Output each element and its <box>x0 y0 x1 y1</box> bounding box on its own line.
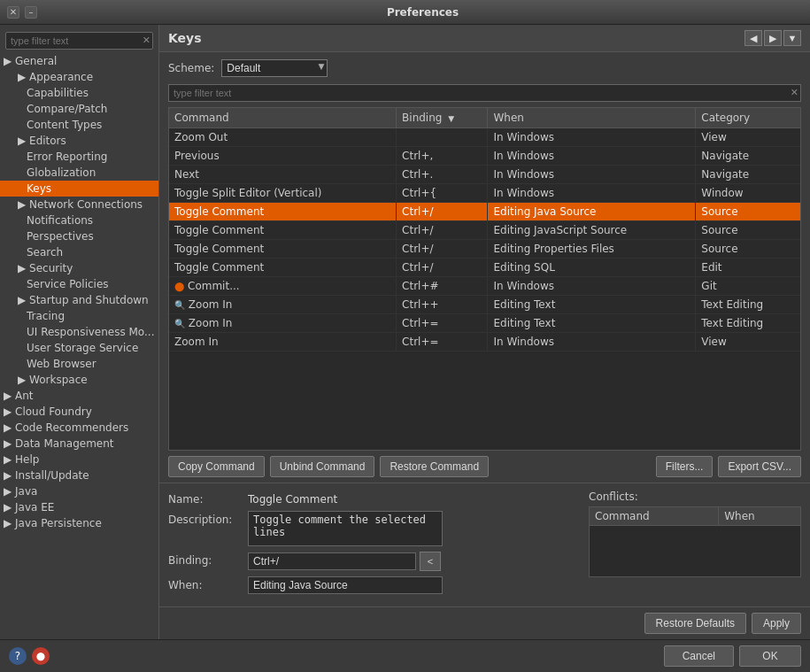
cell-category: Navigate <box>696 166 800 184</box>
cell-when: In Windows <box>488 128 696 147</box>
ok-button[interactable]: OK <box>739 645 801 667</box>
cell-binding: Ctrl+, <box>397 147 488 166</box>
sidebar-item-ant[interactable]: ▶ Ant <box>0 388 158 404</box>
main-panel: Keys ◀ ▶ ▼ Scheme: Default ✕ <box>159 25 810 639</box>
sidebar-item-keys[interactable]: Keys <box>0 181 158 197</box>
sidebar-item-compare[interactable]: Compare/Patch <box>0 101 158 117</box>
conflicts-col-when[interactable]: When <box>719 507 800 526</box>
cell-when: Editing JavaScript Source <box>488 221 696 240</box>
sidebar-item-notifications[interactable]: Notifications <box>0 212 158 228</box>
bottom-right-buttons: Restore Defaults Apply <box>644 613 801 634</box>
minimize-button[interactable]: – <box>25 6 37 19</box>
cell-category: Source <box>696 203 800 221</box>
close-button[interactable]: ✕ <box>7 6 19 19</box>
keys-table-header: Command Binding ▼ When Category <box>169 108 800 128</box>
binding-input-group: < <box>248 552 441 571</box>
sidebar-item-data-management[interactable]: ▶ Data Management <box>0 436 158 452</box>
cell-command: Toggle Comment <box>169 221 397 240</box>
export-csv-button[interactable]: Export CSV... <box>718 456 801 477</box>
conflicts-col-command[interactable]: Command <box>590 507 719 526</box>
table-filter-input[interactable] <box>168 84 801 102</box>
name-row: Name: Toggle Comment <box>168 490 578 506</box>
sidebar-item-security[interactable]: ▶ Security <box>0 260 158 276</box>
nav-dropdown-button[interactable]: ▼ <box>783 30 801 46</box>
description-input[interactable] <box>248 511 443 546</box>
sidebar-item-network[interactable]: ▶ Network Connections <box>0 197 158 212</box>
sidebar-item-error-reporting[interactable]: Error Reporting <box>0 149 158 165</box>
restore-defaults-button[interactable]: Restore Defaults <box>644 613 746 634</box>
panel-title: Keys <box>168 31 202 45</box>
table-row[interactable]: Zoom InCtrl+=In WindowsView <box>169 333 800 351</box>
table-row[interactable]: Toggle CommentCtrl+/Editing SQLEdit <box>169 259 800 277</box>
sidebar-item-user-storage[interactable]: User Storage Service <box>0 340 158 356</box>
cell-binding: Ctrl++ <box>397 296 488 314</box>
sidebar-item-java[interactable]: ▶ Java <box>0 483 158 499</box>
table-row[interactable]: Toggle CommentCtrl+/Editing Java SourceS… <box>169 203 800 221</box>
nav-back-button[interactable]: ◀ <box>744 30 762 46</box>
table-row[interactable]: ⬤ Commit...Ctrl+#In WindowsGit <box>169 277 800 296</box>
sidebar-item-java-persistence[interactable]: ▶ Java Persistence <box>0 515 158 531</box>
nav-forward-button[interactable]: ▶ <box>764 30 782 46</box>
dialog-footer: ? ● Cancel OK <box>0 639 810 672</box>
sidebar-filter-input[interactable] <box>5 32 153 50</box>
restore-command-button[interactable]: Restore Command <box>380 456 489 477</box>
sidebar-item-java-ee[interactable]: ▶ Java EE <box>0 499 158 515</box>
sidebar-item-editors[interactable]: ▶ Editors <box>0 133 158 149</box>
sidebar-item-globalization[interactable]: Globalization <box>0 165 158 181</box>
copy-command-button[interactable]: Copy Command <box>168 456 265 477</box>
sidebar-item-perspectives[interactable]: Perspectives <box>0 228 158 244</box>
table-row[interactable]: Toggle CommentCtrl+/Editing Properties F… <box>169 240 800 259</box>
table-row[interactable]: NextCtrl+.In WindowsNavigate <box>169 166 800 184</box>
sidebar-filter-container: ✕ <box>5 32 153 50</box>
sidebar-item-capabilities[interactable]: Capabilities <box>0 85 158 101</box>
cancel-button[interactable]: Cancel <box>664 645 734 667</box>
sidebar-item-help[interactable]: ▶ Help <box>0 452 158 467</box>
apply-button[interactable]: Apply <box>752 613 801 634</box>
cell-command: Toggle Comment <box>169 203 397 221</box>
record-icon[interactable]: ● <box>32 647 50 665</box>
sidebar-item-tracing[interactable]: Tracing <box>0 308 158 324</box>
sidebar: ✕ ▶ General▶ AppearanceCapabilitiesCompa… <box>0 25 159 639</box>
cell-command: 🔍 Zoom In <box>169 296 397 314</box>
table-row[interactable]: Toggle CommentCtrl+/Editing JavaScript S… <box>169 221 800 240</box>
table-row[interactable]: 🔍 Zoom InCtrl+=Editing TextText Editing <box>169 314 800 333</box>
cell-category: Navigate <box>696 147 800 166</box>
sidebar-item-content-types[interactable]: Content Types <box>0 117 158 133</box>
sidebar-item-search[interactable]: Search <box>0 244 158 260</box>
col-category[interactable]: Category <box>696 108 800 128</box>
sidebar-item-web-browser[interactable]: Web Browser <box>0 356 158 372</box>
sidebar-filter-clear-icon[interactable]: ✕ <box>143 35 150 46</box>
col-binding[interactable]: Binding ▼ <box>397 108 488 128</box>
conflicts-label: Conflicts: <box>589 490 801 503</box>
table-row[interactable]: 🔍 Zoom InCtrl++Editing TextText Editing <box>169 296 800 314</box>
sidebar-item-code-recommenders[interactable]: ▶ Code Recommenders <box>0 420 158 436</box>
sidebar-item-service-policies[interactable]: Service Policies <box>0 276 158 292</box>
sidebar-item-startup[interactable]: ▶ Startup and Shutdown <box>0 292 158 308</box>
binding-input[interactable] <box>248 552 416 570</box>
col-command[interactable]: Command <box>169 108 397 128</box>
table-filter-clear-icon[interactable]: ✕ <box>791 87 798 98</box>
cell-when: Editing SQL <box>488 259 696 277</box>
sidebar-item-workspace[interactable]: ▶ Workspace <box>0 372 158 388</box>
scheme-combo[interactable]: Default <box>221 59 328 77</box>
keys-table-body: Zoom OutIn WindowsViewPreviousCtrl+,In W… <box>169 128 800 351</box>
sidebar-item-general[interactable]: ▶ General <box>0 53 158 69</box>
cell-command: Toggle Comment <box>169 259 397 277</box>
cell-binding: Ctrl+/ <box>397 240 488 259</box>
bottom-bar: Restore Defaults Apply <box>159 606 810 639</box>
sidebar-item-cloud-foundry[interactable]: ▶ Cloud Foundry <box>0 404 158 420</box>
table-row[interactable]: PreviousCtrl+,In WindowsNavigate <box>169 147 800 166</box>
help-icon[interactable]: ? <box>9 647 27 665</box>
binding-action-button[interactable]: < <box>420 552 441 571</box>
action-buttons-row: Copy Command Unbind Command Restore Comm… <box>159 451 810 483</box>
scheme-select[interactable]: Default <box>221 59 328 77</box>
when-input[interactable] <box>248 576 443 594</box>
table-row[interactable]: Zoom OutIn WindowsView <box>169 128 800 147</box>
sidebar-item-install-update[interactable]: ▶ Install/Update <box>0 467 158 483</box>
col-when[interactable]: When <box>488 108 696 128</box>
sidebar-item-ui-responsiveness[interactable]: UI Responsiveness Mo... <box>0 324 158 340</box>
sidebar-item-appearance[interactable]: ▶ Appearance <box>0 69 158 85</box>
filters-button[interactable]: Filters... <box>656 456 714 477</box>
unbind-command-button[interactable]: Unbind Command <box>270 456 375 477</box>
table-row[interactable]: Toggle Split Editor (Vertical)Ctrl+{In W… <box>169 184 800 203</box>
